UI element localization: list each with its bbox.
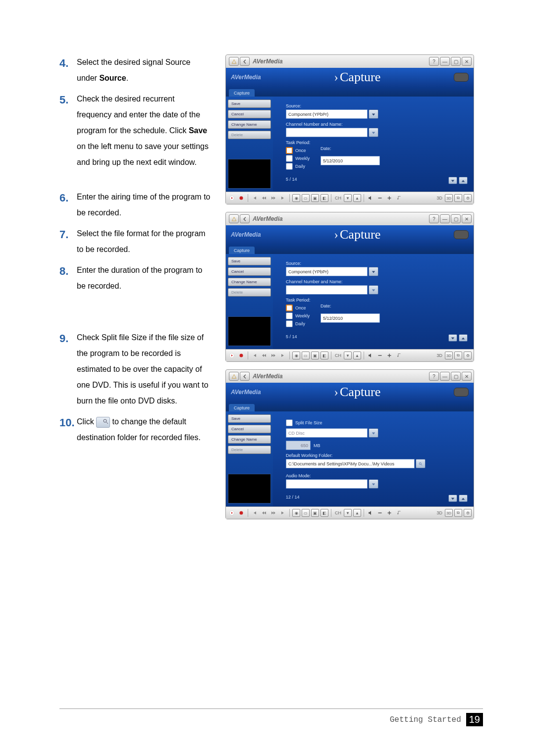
record-icon[interactable] xyxy=(237,352,245,359)
date-field[interactable]: 5/12/2010 xyxy=(321,313,380,323)
skip-forward-icon[interactable] xyxy=(279,194,287,202)
once-checkbox[interactable]: Once xyxy=(286,304,321,311)
source-select[interactable]: Component (YPbPr) xyxy=(286,267,368,276)
record-icon[interactable] xyxy=(237,509,245,517)
ch-down-icon[interactable]: ▼ xyxy=(344,352,352,359)
ch-down-icon[interactable]: ▼ xyxy=(344,509,352,517)
skip-forward-icon[interactable] xyxy=(279,509,287,517)
dropdown-arrow-icon[interactable] xyxy=(369,428,378,438)
weekly-checkbox[interactable]: Weekly xyxy=(286,155,321,162)
cancel-button[interactable]: Cancel xyxy=(228,267,271,276)
pip-icon[interactable]: ▣ xyxy=(311,509,319,517)
change-name-button[interactable]: Change Name xyxy=(228,435,271,444)
dropdown-arrow-icon[interactable] xyxy=(369,267,378,276)
page-up-icon[interactable] xyxy=(459,177,468,184)
vol-plus-icon[interactable] xyxy=(385,352,393,359)
browse-icon[interactable] xyxy=(416,459,426,468)
channel-select[interactable] xyxy=(286,285,368,295)
page-up-icon[interactable] xyxy=(459,495,468,502)
delete-button[interactable]: Delete xyxy=(228,131,271,139)
back-button[interactable] xyxy=(240,372,250,381)
dropdown-arrow-icon[interactable] xyxy=(369,128,378,137)
skip-forward-icon[interactable] xyxy=(279,352,287,359)
rewind-icon[interactable] xyxy=(260,509,268,517)
page-down-icon[interactable] xyxy=(448,334,457,342)
play-icon[interactable] xyxy=(228,194,236,202)
weekly-checkbox[interactable]: Weekly xyxy=(286,312,321,319)
vol-minus-icon[interactable] xyxy=(376,352,384,359)
camera-icon[interactable]: ◧ xyxy=(321,509,328,517)
close-button[interactable]: ✕ xyxy=(462,372,472,381)
audio-select[interactable] xyxy=(286,479,368,489)
vol-minus-icon[interactable] xyxy=(376,194,384,202)
date-field[interactable]: 5/12/2010 xyxy=(321,156,380,165)
window-icon[interactable]: ▭ xyxy=(302,194,310,202)
skip-back-icon[interactable] xyxy=(251,194,259,202)
dropdown-arrow-icon[interactable] xyxy=(369,285,378,295)
change-name-button[interactable]: Change Name xyxy=(228,120,271,129)
snapshot-icon[interactable]: ◉ xyxy=(292,352,300,359)
snapshot-icon[interactable]: ◉ xyxy=(292,194,300,202)
snapshot-icon[interactable]: ◉ xyxy=(292,509,300,517)
help-button[interactable]: ? xyxy=(429,214,439,223)
rewind-icon[interactable] xyxy=(260,194,268,202)
minimize-button[interactable]: — xyxy=(440,372,450,381)
pip-icon[interactable]: ▣ xyxy=(311,194,319,202)
vol-minus-icon[interactable] xyxy=(376,509,384,517)
3d-settings-icon[interactable]: ⚙ xyxy=(464,194,472,202)
volume-icon[interactable] xyxy=(367,352,374,359)
minimize-button[interactable]: — xyxy=(440,57,450,66)
maximize-button[interactable]: ▢ xyxy=(451,372,461,381)
channel-select[interactable] xyxy=(286,128,368,137)
disc-select[interactable]: CD Disc xyxy=(286,428,368,438)
back-button[interactable] xyxy=(240,214,250,223)
vol-plus-icon[interactable] xyxy=(385,509,393,517)
3d-settings-icon[interactable]: ⚙ xyxy=(464,509,472,517)
cancel-button[interactable]: Cancel xyxy=(228,110,271,118)
folder-field[interactable]: C:\Documents and Settings\XP\My Docu...\… xyxy=(286,459,415,468)
3d-mode-icon[interactable]: 3D xyxy=(445,194,453,202)
back-button[interactable] xyxy=(240,57,250,66)
3d-mode-icon[interactable]: 3D xyxy=(445,352,453,359)
once-checkbox[interactable]: Once xyxy=(286,147,321,154)
page-up-icon[interactable] xyxy=(459,334,468,342)
page-down-icon[interactable] xyxy=(448,495,457,502)
maximize-button[interactable]: ▢ xyxy=(451,57,461,66)
play-icon[interactable] xyxy=(228,352,236,359)
delete-button[interactable]: Delete xyxy=(228,288,271,297)
cancel-button[interactable]: Cancel xyxy=(228,425,271,433)
save-button[interactable]: Save xyxy=(228,257,271,265)
maximize-button[interactable]: ▢ xyxy=(451,214,461,223)
split-file-checkbox[interactable]: Split File Size xyxy=(286,419,468,426)
delete-button[interactable]: Delete xyxy=(228,446,271,454)
daily-checkbox[interactable]: Daily xyxy=(286,163,321,170)
daily-checkbox[interactable]: Daily xyxy=(286,320,321,327)
dropdown-arrow-icon[interactable] xyxy=(369,479,378,489)
tab-capture[interactable]: Capture xyxy=(229,404,255,411)
3d-settings-icon[interactable]: ⚙ xyxy=(464,352,472,359)
forward-icon[interactable] xyxy=(269,509,277,517)
tab-capture[interactable]: Capture xyxy=(229,89,255,97)
camera-icon[interactable]: ◧ xyxy=(321,194,328,202)
save-button[interactable]: Save xyxy=(228,414,271,423)
camera-icon[interactable]: ◧ xyxy=(321,352,328,359)
window-icon[interactable]: ▭ xyxy=(302,509,310,517)
music-icon[interactable] xyxy=(395,509,403,517)
window-icon[interactable]: ▭ xyxy=(302,352,310,359)
ch-down-icon[interactable]: ▼ xyxy=(344,194,352,202)
ch-up-icon[interactable]: ▲ xyxy=(353,352,361,359)
page-down-icon[interactable] xyxy=(448,177,457,184)
record-icon[interactable] xyxy=(237,194,245,202)
help-button[interactable]: ? xyxy=(429,372,439,381)
ch-up-icon[interactable]: ▲ xyxy=(353,509,361,517)
tab-capture[interactable]: Capture xyxy=(229,247,255,254)
3d-glasses-icon[interactable]: ⧉ xyxy=(454,352,462,359)
play-icon[interactable] xyxy=(228,509,236,517)
vol-plus-icon[interactable] xyxy=(385,194,393,202)
music-icon[interactable] xyxy=(395,352,403,359)
forward-icon[interactable] xyxy=(269,352,277,359)
volume-icon[interactable] xyxy=(367,194,374,202)
ch-up-icon[interactable]: ▲ xyxy=(353,194,361,202)
3d-glasses-icon[interactable]: ⧉ xyxy=(454,194,462,202)
minimize-button[interactable]: — xyxy=(440,214,450,223)
